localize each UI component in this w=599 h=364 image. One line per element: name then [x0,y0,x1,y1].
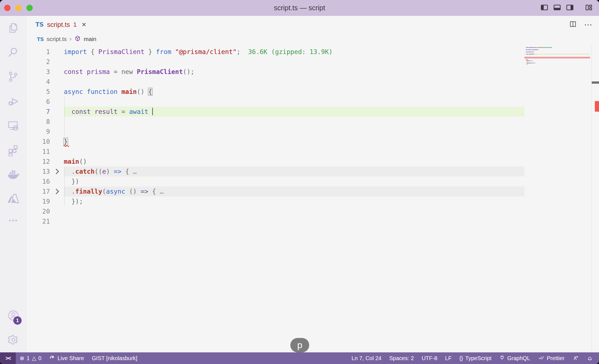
more-views-icon[interactable] [0,211,26,230]
error-icon: ⊗ [20,355,24,362]
keystroke-overlay: p [290,338,309,352]
breadcrumb-separator: › [70,35,72,43]
warning-icon: △ [32,355,36,362]
remote-indicator[interactable]: >< [0,352,16,364]
code-line-3[interactable]: 3const prisma = new PrismaClient(); [26,67,599,77]
line-number[interactable]: 17 [26,186,50,196]
minimap-line [526,47,552,48]
indent-guide [64,97,65,107]
minimap[interactable] [524,47,592,119]
minimap-line [526,64,528,65]
line-number[interactable]: 4 [26,77,50,87]
toggle-panel-icon[interactable] [553,3,561,12]
code-line-17[interactable]: 17 .finally(async () => { … [26,186,599,196]
eol-status[interactable]: LF [441,352,455,364]
typescript-file-icon: TS [37,36,44,42]
line-number[interactable]: 10 [26,137,50,147]
cursor-position-status[interactable]: Ln 7, Col 24 [348,352,385,364]
error-count: 1 [27,355,30,362]
code-line-19[interactable]: 19 }); [26,196,599,206]
code-line-21[interactable]: 21 [26,216,599,226]
feedback-icon[interactable] [568,352,583,364]
activity-bar: 1 [0,16,26,352]
minimap-line [526,61,527,62]
code-line-20[interactable]: 20 [26,206,599,216]
notifications-bell-icon[interactable] [583,352,597,364]
minimap-line [526,52,534,52]
code-text: const prisma = new PrismaClient(); [64,67,194,77]
line-number[interactable]: 20 [26,206,50,216]
breadcrumb-symbol[interactable]: main [84,36,97,42]
problems-status[interactable]: ⊗ 1 △ 0 [16,352,45,364]
code-text: .finally(async () => { … [64,186,164,196]
code-line-2[interactable]: 2 [26,57,599,67]
code-text: main() [64,157,87,166]
code-line-9[interactable]: 9 [26,127,599,137]
run-debug-icon[interactable] [0,89,26,113]
source-control-icon[interactable] [0,65,26,89]
overview-error-marker [595,101,599,112]
tab-label: script.ts [47,21,70,29]
code-line-11[interactable]: 11 [26,147,599,157]
line-number[interactable]: 19 [26,196,50,206]
azure-icon[interactable] [0,186,26,211]
gist-status[interactable]: GIST [nikolasburk] [88,352,141,364]
title-bar: script.ts — script [0,0,599,16]
close-tab-icon[interactable]: × [82,21,86,29]
minimap-line [526,63,535,63]
code-text: }) [64,176,79,186]
line-number[interactable]: 11 [26,147,50,157]
line-number[interactable]: 7 [26,107,50,117]
line-number[interactable]: 12 [26,157,50,166]
toggle-secondary-sidebar-icon[interactable] [566,3,574,12]
accounts-icon[interactable]: 1 [0,302,26,329]
line-number[interactable]: 13 [26,166,50,176]
editor-more-actions-icon[interactable]: ⋯ [584,20,592,29]
extensions-icon[interactable] [0,138,26,162]
graphql-status[interactable]: GraphQL [495,352,534,364]
text-cursor [152,108,153,115]
line-number[interactable]: 1 [26,47,50,57]
minimap-error-line [524,57,590,58]
customize-layout-icon[interactable] [585,3,593,12]
code-line-16[interactable]: 16 }) [26,176,599,186]
line-number[interactable]: 6 [26,97,50,107]
code-line-1[interactable]: 1import { PrismaClient } from "@prisma/c… [26,47,599,57]
search-icon[interactable] [0,40,26,65]
language-mode-status[interactable]: {} TypeScript [455,352,495,364]
breadcrumb-file[interactable]: script.ts [47,36,67,42]
code-line-5[interactable]: 5async function main() { [26,87,599,97]
accounts-badge: 1 [13,316,22,325]
fold-chevron-icon[interactable] [50,186,64,196]
line-number[interactable]: 16 [26,176,50,186]
minimap-line [526,60,533,61]
code-line-7[interactable]: 7 const result = await [26,107,599,117]
line-number[interactable]: 8 [26,117,50,127]
gist-label: GIST [nikolasburk] [92,355,137,362]
line-number[interactable]: 5 [26,87,50,97]
code-line-4[interactable]: 4 [26,77,599,87]
docker-icon[interactable] [0,162,26,186]
split-editor-icon[interactable] [569,20,577,29]
explorer-icon[interactable] [0,16,26,40]
line-number[interactable]: 3 [26,67,50,77]
toggle-sidebar-icon[interactable] [540,3,549,12]
code-line-12[interactable]: 12main() [26,157,599,166]
settings-gear-icon[interactable] [0,329,26,351]
fold-chevron-icon[interactable] [50,166,64,176]
indentation-status[interactable]: Spaces: 2 [385,352,418,364]
typescript-file-icon: TS [35,21,44,28]
tab-script-ts[interactable]: TS script.ts 1 × [26,16,95,33]
code-line-8[interactable]: 8 [26,117,599,127]
line-number[interactable]: 2 [26,57,50,67]
code-editor[interactable]: 1import { PrismaClient } from "@prisma/c… [26,45,599,352]
code-line-13[interactable]: 13 .catch((e) => { … [26,166,599,176]
line-number[interactable]: 9 [26,127,50,137]
prettier-status[interactable]: Prettier [534,352,568,364]
code-line-10[interactable]: 10} [26,137,599,147]
remote-explorer-icon[interactable] [0,113,26,138]
code-line-6[interactable]: 6 [26,97,599,107]
encoding-status[interactable]: UTF-8 [418,352,441,364]
line-number[interactable]: 21 [26,216,50,226]
live-share-button[interactable]: Live Share [45,352,88,364]
